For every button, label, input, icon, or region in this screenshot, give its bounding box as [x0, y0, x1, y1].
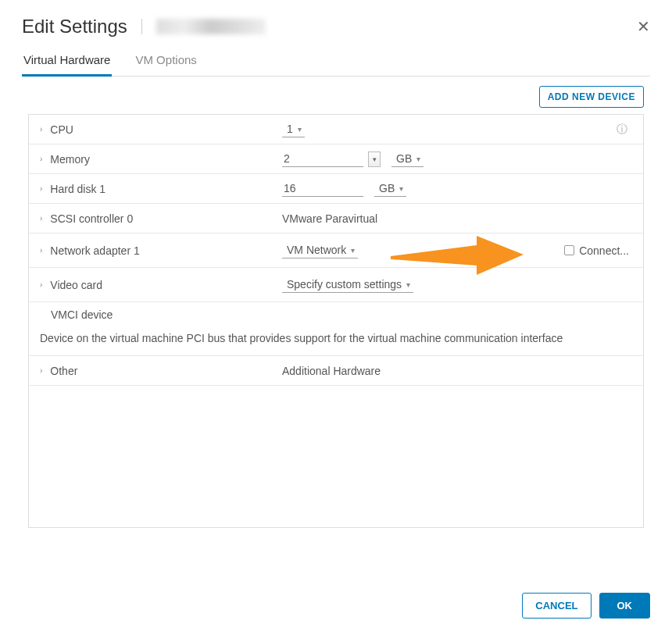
row-scsi: › SCSI controller 0 VMware Paravirtual: [29, 204, 643, 234]
video-label: Video card: [50, 279, 102, 291]
memory-stepper[interactable]: ▾: [368, 152, 381, 167]
disk-label: Hard disk 1: [50, 183, 105, 195]
network-select[interactable]: VM Network ▾: [282, 242, 358, 258]
add-new-device-button[interactable]: ADD NEW DEVICE: [539, 86, 644, 108]
connect-label: Connect...: [579, 244, 629, 257]
dialog-header: Edit Settings ✕: [22, 16, 650, 48]
row-video: › Video card Specify custom settings ▾: [29, 268, 643, 302]
row-memory: › Memory ▾ GB ▾: [29, 144, 643, 174]
tab-vm-options[interactable]: VM Options: [134, 48, 198, 77]
chevron-right-icon[interactable]: ›: [40, 125, 42, 134]
chevron-right-icon[interactable]: ›: [40, 246, 42, 255]
info-icon[interactable]: ⓘ: [617, 123, 627, 137]
chevron-right-icon[interactable]: ›: [40, 184, 42, 193]
other-label: Other: [50, 365, 77, 377]
vm-name-redacted: [156, 19, 266, 34]
chevron-right-icon[interactable]: ›: [40, 155, 42, 163]
connect-checkbox[interactable]: Connect...: [564, 244, 632, 257]
disk-unit-select[interactable]: GB ▾: [374, 180, 406, 197]
cancel-button[interactable]: CANCEL: [522, 593, 591, 619]
cpu-select[interactable]: 1 ▾: [282, 121, 305, 137]
chevron-down-icon: ▾: [351, 246, 355, 255]
tab-virtual-hardware[interactable]: Virtual Hardware: [22, 48, 112, 77]
disk-unit: GB: [379, 182, 395, 194]
row-vmci: VMCI device: [29, 302, 643, 324]
memory-label: Memory: [50, 153, 90, 166]
row-network: › Network adapter 1 VM Network ▾ Connect…: [29, 234, 643, 268]
chevron-right-icon[interactable]: ›: [40, 280, 42, 289]
chevron-down-icon: ▾: [406, 280, 410, 289]
ok-button[interactable]: OK: [599, 593, 651, 619]
hardware-panel: › CPU 1 ▾ ⓘ › Memory ▾ GB ▾: [28, 114, 644, 528]
close-icon[interactable]: ✕: [637, 17, 650, 36]
disk-size-input[interactable]: [282, 180, 363, 197]
row-cpu: › CPU 1 ▾ ⓘ: [29, 115, 643, 144]
other-value: Additional Hardware: [282, 365, 381, 377]
cpu-value: 1: [287, 123, 293, 135]
chevron-right-icon[interactable]: ›: [40, 214, 42, 223]
dialog-footer: CANCEL OK: [522, 593, 650, 619]
memory-input[interactable]: [282, 151, 363, 167]
chevron-down-icon: ▾: [416, 155, 420, 163]
network-value: VM Network: [287, 244, 346, 256]
video-select[interactable]: Specify custom settings ▾: [282, 276, 413, 293]
row-hard-disk: › Hard disk 1 GB ▾: [29, 174, 643, 204]
chevron-down-icon: ▾: [298, 125, 302, 134]
title-divider: [141, 19, 142, 34]
dialog-title: Edit Settings: [22, 16, 127, 37]
chevron-down-icon: ▾: [399, 184, 403, 193]
row-other: › Other Additional Hardware: [29, 356, 643, 386]
vmci-description: Device on the virtual machine PCI bus th…: [29, 324, 643, 356]
scsi-label: SCSI controller 0: [50, 212, 133, 225]
network-label: Network adapter 1: [50, 244, 139, 257]
video-value: Specify custom settings: [287, 278, 402, 291]
scsi-value: VMware Paravirtual: [282, 212, 377, 225]
tabs: Virtual Hardware VM Options: [22, 48, 650, 77]
memory-unit-select[interactable]: GB ▾: [391, 151, 424, 167]
memory-unit: GB: [396, 152, 412, 165]
checkbox-icon: [564, 245, 574, 255]
chevron-right-icon[interactable]: ›: [40, 366, 42, 375]
vmci-label: VMCI device: [51, 308, 113, 321]
cpu-label: CPU: [50, 123, 73, 136]
